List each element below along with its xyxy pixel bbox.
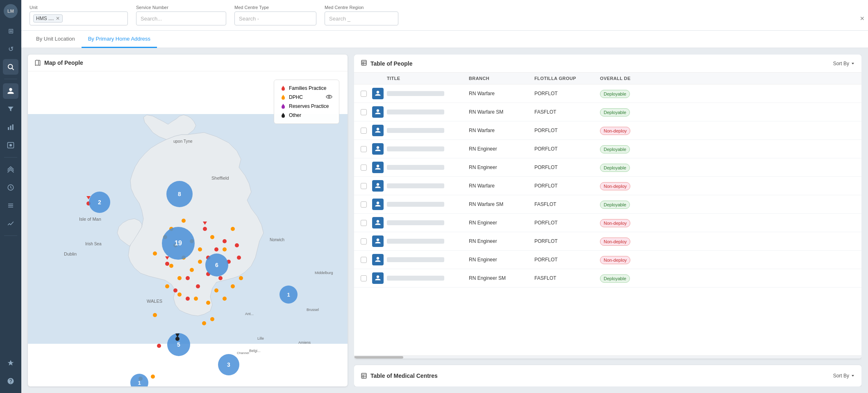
svg-rect-103: [361, 373, 366, 378]
svg-point-50: [239, 276, 243, 280]
main-content: Unit HMS .... ✕ ✕ Service Number Med Cen…: [21, 0, 868, 393]
row-checkbox[interactable]: [361, 220, 372, 226]
legend-item-families: Families Practice: [281, 85, 332, 91]
sort-by-med[interactable]: Sort By: [833, 373, 855, 379]
sidebar-item-search[interactable]: [3, 59, 18, 75]
row-flotilla: PORFLOT: [534, 257, 600, 263]
table-people-header: Table of People Sort By: [354, 55, 861, 73]
row-name: [387, 110, 469, 114]
row-name: [387, 165, 469, 170]
svg-text:Irish Sea: Irish Sea: [85, 242, 102, 246]
sidebar-item-help[interactable]: [3, 373, 18, 389]
unit-input-wrap[interactable]: HMS .... ✕ ✕: [30, 11, 128, 25]
eye-icon[interactable]: [326, 94, 332, 101]
sidebar-item-history[interactable]: ↺: [3, 41, 18, 57]
row-checkbox[interactable]: [361, 183, 372, 189]
sidebar-item-filter[interactable]: [3, 101, 18, 117]
filter-bar: Unit HMS .... ✕ ✕ Service Number Med Cen…: [21, 0, 868, 31]
unit-tag-clear[interactable]: ✕: [56, 16, 60, 21]
row-checkbox[interactable]: [361, 91, 372, 97]
region-input[interactable]: [325, 11, 398, 25]
cluster-1-east[interactable]: 1: [279, 286, 298, 304]
cluster-2[interactable]: 2: [89, 192, 110, 213]
service-input[interactable]: [136, 11, 226, 25]
row-avatar-cell: [372, 143, 387, 155]
service-label: Service Number: [136, 5, 226, 10]
legend-label-other: Other: [289, 112, 301, 118]
table-scroll-bar[interactable]: [354, 355, 861, 359]
row-avatar-cell: [372, 106, 387, 118]
tab-primary-home[interactable]: By Primary Home Address: [82, 31, 157, 48]
row-avatar-cell: [372, 125, 387, 136]
sidebar-item-chart-line[interactable]: [3, 216, 18, 231]
svg-point-11: [203, 227, 207, 231]
sidebar-item-people[interactable]: [3, 83, 18, 99]
med-table-label: Table of Medical Centres: [361, 372, 438, 379]
sort-by-people[interactable]: Sort By: [833, 61, 855, 66]
row-checkbox[interactable]: [361, 165, 372, 171]
row-flotilla: PORFLOT: [534, 128, 600, 133]
svg-point-70: [175, 337, 180, 341]
cluster-6[interactable]: 6: [205, 254, 228, 276]
sidebar-item-chart-bar[interactable]: [3, 119, 18, 135]
sidebar-item-star[interactable]: [3, 355, 18, 371]
svg-point-41: [177, 276, 182, 280]
row-status: Non-deploy: [600, 257, 649, 263]
sidebar-item-checklist[interactable]: [3, 198, 18, 213]
sidebar-item-dashboard[interactable]: ⊞: [3, 23, 18, 39]
table-med-centres-panel: Table of Medical Centres Sort By: [354, 365, 861, 386]
svg-point-35: [210, 235, 214, 239]
table-people-panel: Table of People Sort By TITLE BRANCH FLO…: [354, 55, 861, 359]
row-status: Non-deploy: [600, 220, 649, 226]
user-avatar[interactable]: LM: [4, 4, 18, 18]
unit-field-clear[interactable]: ✕: [860, 15, 865, 22]
table-row: RN Engineer PORFLOT Non-deploy: [354, 251, 861, 269]
row-checkbox[interactable]: [361, 128, 372, 134]
table-row: RN Engineer PORFLOT Deployable: [354, 140, 861, 158]
row-name: [387, 276, 469, 281]
row-checkbox[interactable]: [361, 146, 372, 152]
row-name: [387, 183, 469, 188]
pin-purple-icon: [281, 103, 286, 110]
status-badge: Deployable: [600, 274, 630, 283]
svg-text:Ant...: Ant...: [245, 312, 254, 316]
col-header-title: TITLE: [387, 76, 469, 81]
sidebar-item-clock[interactable]: [3, 180, 18, 195]
row-branch: RN Engineer: [469, 165, 534, 170]
sort-by-med-label: Sort By: [833, 373, 849, 379]
row-checkbox[interactable]: [361, 238, 372, 244]
table-icon: [361, 59, 367, 67]
svg-point-93: [328, 96, 330, 98]
row-checkbox[interactable]: [361, 109, 372, 115]
svg-text:WALES: WALES: [147, 299, 162, 304]
type-input[interactable]: [234, 11, 316, 25]
tabs-bar: By Unit Location By Primary Home Address: [21, 31, 868, 48]
row-branch: RN Warfare SM: [469, 201, 534, 207]
row-checkbox[interactable]: [361, 275, 372, 281]
svg-point-42: [190, 268, 194, 272]
cluster-1-sw[interactable]: 1: [130, 374, 148, 386]
cluster-8[interactable]: 8: [166, 181, 193, 207]
svg-point-56: [153, 313, 157, 317]
svg-text:Amiens: Amiens: [298, 340, 311, 345]
svg-text:Norwich: Norwich: [270, 238, 284, 242]
row-checkbox[interactable]: [361, 257, 372, 263]
cluster-5[interactable]: 5: [167, 333, 190, 356]
tab-unit-location[interactable]: By Unit Location: [30, 31, 82, 48]
status-badge: Deployable: [600, 145, 630, 153]
svg-text:Dublin: Dublin: [64, 251, 77, 256]
svg-point-46: [206, 301, 210, 305]
row-avatar: [372, 272, 384, 284]
cluster-3[interactable]: 3: [218, 354, 239, 375]
row-avatar: [372, 106, 384, 118]
table-people-header-left: Table of People: [361, 59, 412, 67]
svg-rect-98: [361, 60, 366, 65]
row-avatar: [372, 199, 384, 210]
table-row: RN Warfare SM FASFLOT Deployable: [354, 195, 861, 214]
sidebar-item-layers[interactable]: [3, 162, 18, 177]
unit-filter-group: Unit HMS .... ✕ ✕: [30, 5, 128, 25]
sidebar-item-photo[interactable]: [3, 137, 18, 153]
cluster-19[interactable]: 19: [162, 227, 195, 260]
row-checkbox[interactable]: [361, 201, 372, 208]
table-scroll-thumb[interactable]: [354, 356, 403, 359]
